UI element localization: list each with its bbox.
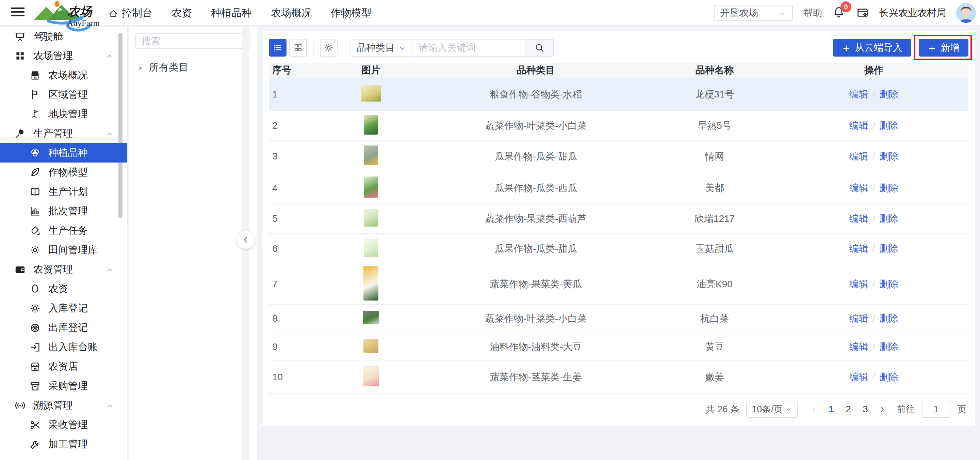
delete-link[interactable]: 删除 (879, 279, 898, 289)
delete-link[interactable]: 删除 (879, 89, 898, 99)
goto-page-input[interactable] (922, 401, 950, 418)
tree-search-input[interactable] (135, 34, 250, 49)
nav-item-4[interactable]: 农场概况 (271, 6, 312, 20)
delete-link[interactable]: 删除 (879, 183, 898, 193)
cell-actions: 编辑/删除 (779, 182, 969, 195)
cell-category: 粮食作物-谷物类-水稻 (422, 88, 650, 101)
delete-link[interactable]: 删除 (879, 313, 898, 324)
chart-icon (29, 205, 41, 217)
nav-item-5[interactable]: 作物模型 (331, 6, 372, 20)
cell-actions: 编辑/删除 (779, 242, 969, 255)
sidebar-item-inbound-reg[interactable]: 入库登记 (0, 299, 127, 318)
delete-link[interactable]: 删除 (879, 151, 898, 161)
zucchini-photo[interactable] (364, 209, 378, 227)
sidebar-item-crop-model[interactable]: 作物模型 (0, 163, 127, 182)
nav-item-2[interactable]: 农资 (172, 6, 192, 20)
sidebar-item-outbound-reg[interactable]: 出库登记 (0, 318, 127, 337)
tree-node-all-categories[interactable]: 所有类目 (129, 61, 257, 74)
sidebar-item-agri-input-mgmt[interactable]: 农资管理 (0, 260, 127, 279)
edit-link[interactable]: 编辑 (850, 372, 869, 382)
sidebar-item-production-plan[interactable]: 生产计划 (0, 182, 127, 201)
keyword-search-input[interactable] (412, 39, 525, 57)
caret-right-icon (137, 62, 144, 73)
grid-view-button[interactable] (289, 39, 307, 57)
delete-link[interactable]: 删除 (879, 372, 898, 382)
edit-link[interactable]: 编辑 (850, 213, 869, 224)
watermelon-photo[interactable] (364, 177, 378, 198)
search-button[interactable] (525, 39, 554, 57)
next-page-button[interactable] (875, 401, 890, 417)
cell-category: 蔬菜作物-茎菜类-生姜 (422, 371, 650, 384)
hammer-icon (14, 128, 26, 139)
chevron-up-icon (105, 128, 114, 139)
page-size-select[interactable]: 10条/页 (746, 401, 798, 418)
muskmelon-photo[interactable] (364, 145, 378, 165)
cell-image (320, 177, 422, 200)
sidebar-item-area-mgmt[interactable]: 区域管理 (0, 85, 127, 104)
sidebar-item-processing-mgmt[interactable]: 加工管理 (0, 434, 127, 454)
cell-actions: 编辑/删除 (779, 312, 969, 325)
list-view-button[interactable] (269, 39, 286, 57)
pale-melon-photo[interactable] (364, 238, 378, 257)
cell-image (320, 85, 422, 104)
page-number-button-3[interactable]: 3 (858, 401, 873, 417)
rice-photo[interactable] (361, 85, 381, 102)
prev-page-button[interactable] (807, 401, 822, 417)
page-number-button-1[interactable]: 1 (824, 401, 839, 417)
wheel-icon (29, 322, 41, 334)
sidebar-item-production-mgmt[interactable]: 生产管理 (0, 124, 127, 143)
console-settings-icon[interactable] (856, 6, 869, 19)
sidebar-item-farm-mgmt[interactable]: 农场管理 (0, 46, 127, 65)
page-number-button-2[interactable]: 2 (841, 401, 856, 417)
panel-collapse-button[interactable] (237, 231, 255, 249)
sidebar-item-farm-overview[interactable]: 农场概况 (0, 65, 127, 85)
category-filter-select[interactable]: 品种类目 (350, 39, 412, 57)
sidebar-item-purchase-mgmt[interactable]: 采购管理 (0, 376, 127, 396)
add-new-button[interactable]: 新增 (919, 39, 969, 57)
delete-link[interactable]: 删除 (879, 243, 898, 254)
sidebar-item-inout-ledger[interactable]: 出入库台账 (0, 337, 127, 357)
farm-select-dropdown[interactable]: 开垦农场 (714, 5, 793, 21)
edit-link[interactable]: 编辑 (850, 243, 869, 254)
notification-bell-button[interactable]: 0 (832, 5, 846, 21)
edit-link[interactable]: 编辑 (850, 151, 869, 161)
sidebar-item-batch-mgmt[interactable]: 批次管理 (0, 201, 127, 221)
cell-image (320, 311, 422, 327)
cell-image (320, 115, 422, 137)
delete-link[interactable]: 删除 (879, 213, 898, 224)
sidebar-item-harvest-mgmt[interactable]: 采收管理 (0, 415, 127, 434)
sidebar-item-trace-mgmt[interactable]: 溯源管理 (0, 396, 127, 415)
hamburger-menu-icon[interactable] (11, 8, 24, 18)
cell-image (320, 366, 422, 389)
ginger-photo[interactable] (363, 366, 379, 387)
column-settings-button[interactable] (320, 39, 337, 57)
sidebar-item-agri-store[interactable]: 农资店 (0, 357, 127, 376)
sidebar-item-plot-mgmt[interactable]: 地块管理 (0, 104, 127, 124)
import-from-cloud-button[interactable]: 从云端导入 (833, 39, 911, 57)
grid-view-icon (293, 43, 303, 53)
help-link[interactable]: 帮助 (803, 6, 822, 19)
soybean-photo[interactable] (363, 339, 379, 353)
nav-item-3[interactable]: 种植品种 (211, 6, 252, 20)
cell-category: 油料作物-油料类-大豆 (422, 340, 650, 353)
cell-name: 美都 (650, 182, 779, 195)
delete-link[interactable]: 删除 (879, 342, 898, 352)
sidebar-item-production-task[interactable]: 生产任务 (0, 221, 127, 240)
edit-link[interactable]: 编辑 (850, 342, 869, 352)
nav-item-1[interactable]: 控制台 (108, 6, 153, 20)
edit-link[interactable]: 编辑 (850, 89, 869, 99)
edit-link[interactable]: 编辑 (850, 279, 869, 289)
delete-link[interactable]: 删除 (879, 120, 898, 131)
bokchoy-dark-photo[interactable] (363, 311, 379, 324)
column-header-3: 品种类目 (422, 64, 650, 77)
edit-link[interactable]: 编辑 (850, 313, 869, 324)
sidebar-item-field-mgmt-lib[interactable]: 田间管理库 (0, 240, 127, 260)
sidebar-item-planting-variety[interactable]: 种植品种 (0, 143, 127, 163)
farm-select-value: 开垦农场 (720, 6, 758, 19)
cucumber-seed-packet-photo[interactable] (363, 266, 379, 300)
edit-link[interactable]: 编辑 (850, 120, 869, 131)
user-avatar[interactable] (956, 3, 976, 23)
bokchoy-photo[interactable] (364, 115, 378, 134)
edit-link[interactable]: 编辑 (850, 183, 869, 193)
sidebar-item-agri-input[interactable]: 农资 (0, 279, 127, 299)
